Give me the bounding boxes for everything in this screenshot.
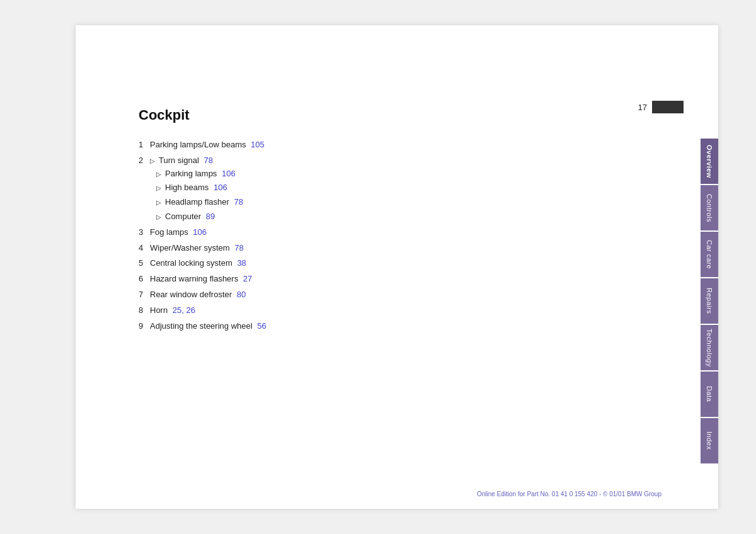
- item-number: 4: [139, 242, 147, 255]
- page-header-bar: [652, 101, 684, 113]
- list-item: 4 Wiper/Washer system 78: [139, 242, 580, 255]
- item-text: Turn signal: [159, 154, 201, 168]
- tab-data[interactable]: Data: [701, 372, 718, 417]
- main-content: Cockpit 1 Parking lamps/Low beams 105 2 …: [139, 107, 580, 335]
- list-item: 7 Rear window defroster 80: [139, 288, 580, 302]
- list-item: 2 ▷ Turn signal 78 ▷ Parking lamps 106: [139, 154, 580, 224]
- list-item: 9 Adjusting the steering wheel 56: [139, 320, 580, 333]
- list-item: ▷ Computer 89: [156, 210, 580, 224]
- page-container: 17 Cockpit 1 Parking lamps/Low beams 105: [0, 0, 756, 534]
- item-text: Central locking system: [150, 257, 234, 270]
- right-tabs: Overview Controls Car care Repairs Techn…: [701, 139, 718, 463]
- page-number: 17: [638, 103, 647, 112]
- item-link[interactable]: 38: [237, 257, 246, 270]
- sub-item-row: ▷ Computer 89: [156, 210, 580, 224]
- toc-item-5: 5 Central locking system 38: [139, 257, 580, 270]
- arrow-icon: ▷: [156, 183, 161, 193]
- item-link[interactable]: 106: [222, 168, 236, 181]
- item-link[interactable]: 106: [193, 226, 207, 239]
- item-number: 3: [139, 226, 147, 239]
- toc-item-4: 4 Wiper/Washer system 78: [139, 242, 580, 255]
- item-text: Computer: [165, 210, 203, 224]
- item-number: 9: [139, 320, 147, 333]
- toc-list: 1 Parking lamps/Low beams 105 2 ▷ Turn s…: [139, 139, 580, 332]
- sub-item-row: ▷ Parking lamps 106: [156, 168, 580, 181]
- tab-index[interactable]: Index: [701, 418, 718, 463]
- tab-controls[interactable]: Controls: [701, 185, 718, 230]
- item-link[interactable]: 89: [206, 210, 215, 224]
- list-item: 1 Parking lamps/Low beams 105: [139, 139, 580, 152]
- list-item: ▷ Parking lamps 106: [156, 168, 580, 181]
- item-text: Fog lamps: [150, 226, 190, 239]
- item-number: 8: [139, 304, 147, 317]
- arrow-icon: ▷: [156, 169, 161, 179]
- page-header: 17: [638, 101, 684, 113]
- tab-repairs[interactable]: Repairs: [701, 278, 718, 324]
- list-item: 8 Horn 25, 26: [139, 304, 580, 317]
- item-number: 5: [139, 257, 147, 270]
- item-link[interactable]: 78: [234, 196, 243, 209]
- sub-item-row: ▷ Headlamp flasher 78: [156, 196, 580, 209]
- page-inner: 17 Cockpit 1 Parking lamps/Low beams 105: [76, 25, 718, 509]
- item-number: 1: [139, 139, 147, 152]
- list-item: ▷ High beams 106: [156, 181, 580, 195]
- item-text: High beams: [165, 181, 211, 195]
- item-text: Hazard warning flashers: [150, 273, 241, 286]
- sub-items-list: ▷ Parking lamps 106 ▷ High beams 106: [139, 168, 580, 224]
- item-link[interactable]: 78: [203, 154, 212, 168]
- item-number: 6: [139, 273, 147, 286]
- toc-item-3: 3 Fog lamps 106: [139, 226, 580, 239]
- arrow-icon: ▷: [156, 198, 161, 208]
- toc-item-9: 9 Adjusting the steering wheel 56: [139, 320, 580, 333]
- toc-item-7: 7 Rear window defroster 80: [139, 288, 580, 302]
- item-text: Parking lamps/Low beams: [150, 139, 248, 152]
- list-item: 5 Central locking system 38: [139, 257, 580, 270]
- footer-text: Online Edition for Part No. 01 41 0 155 …: [477, 491, 662, 497]
- item-link[interactable]: 27: [243, 273, 252, 286]
- tab-car-care[interactable]: Car care: [701, 232, 718, 277]
- list-item: 6 Hazard warning flashers 27: [139, 273, 580, 286]
- item-number: 7: [139, 288, 147, 302]
- item-link[interactable]: 78: [234, 242, 243, 255]
- item-text: Headlamp flasher: [165, 196, 232, 209]
- sub-item-row: ▷ High beams 106: [156, 181, 580, 195]
- tab-technology[interactable]: Technology: [701, 325, 718, 370]
- toc-item-8: 8 Horn 25, 26: [139, 304, 580, 317]
- item-link[interactable]: 106: [214, 181, 227, 195]
- item-text: Rear window defroster: [150, 288, 234, 302]
- item-number: 2: [139, 154, 147, 168]
- item-text: Adjusting the steering wheel: [150, 320, 255, 333]
- item-link[interactable]: 80: [237, 288, 246, 302]
- toc-item-1: 1 Parking lamps/Low beams 105: [139, 139, 580, 152]
- item-link[interactable]: 105: [251, 139, 265, 152]
- item-text: Parking lamps: [165, 168, 219, 181]
- toc-item-2: 2 ▷ Turn signal 78: [139, 154, 580, 168]
- tab-overview[interactable]: Overview: [701, 139, 718, 184]
- list-item: ▷ Headlamp flasher 78: [156, 196, 580, 209]
- item-link[interactable]: 56: [257, 320, 266, 333]
- list-item: 3 Fog lamps 106: [139, 226, 580, 239]
- item-text: Wiper/Washer system: [150, 242, 232, 255]
- item-text: Horn: [150, 304, 170, 317]
- item-link[interactable]: 25, 26: [173, 304, 195, 317]
- toc-item-6: 6 Hazard warning flashers 27: [139, 273, 580, 286]
- chapter-title: Cockpit: [139, 107, 580, 123]
- arrow-icon: ▷: [150, 156, 155, 166]
- arrow-icon: ▷: [156, 212, 161, 222]
